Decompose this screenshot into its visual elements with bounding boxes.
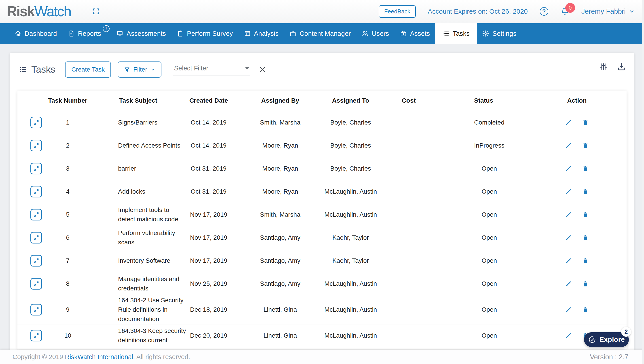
nav-label: Assessments [126,30,166,37]
delete-task-button[interactable] [582,280,589,287]
nav-item-content-manager[interactable]: Content Manager [284,23,356,44]
delete-task-button[interactable] [582,234,589,241]
table-row: 1 Signs/Barriers Oct 14, 2019 Smith, Mar… [18,111,626,134]
page-scrollbar-track[interactable] [642,0,644,364]
cell-assigned-by: Santiago, Amy [239,280,312,287]
funnel-icon [124,66,130,73]
cell-task-subject: Perform vulnerability scans [89,228,188,247]
riskwatch-international-link[interactable]: RiskWatch International [65,353,133,360]
cell-task-number: 3 [46,165,89,172]
pencil-icon [565,188,572,195]
filter-button[interactable]: Filter [118,62,162,78]
pencil-icon [565,142,572,149]
check-circle-icon [588,336,596,344]
header-action: Action [548,97,626,104]
nav-item-reports[interactable]: Reports ! [62,23,111,44]
nav-item-settings[interactable]: Settings [477,23,522,44]
fullscreen-icon[interactable] [92,8,100,15]
cell-assigned-to: Boyle, Charles [312,142,389,149]
clear-filter-icon[interactable] [259,66,266,73]
create-task-button[interactable]: Create Task [65,62,111,78]
cell-task-number: 4 [46,188,89,195]
nav-label: Dashboard [24,30,57,37]
expand-row-button[interactable] [30,232,42,244]
cell-assigned-by: Moore, Ryan [239,142,312,149]
expand-row-button[interactable] [30,209,42,220]
cell-created-date: Nov 17, 2019 [188,211,239,218]
cell-task-subject: Implement tools to detect malicious code [89,205,188,224]
nav-item-analysis[interactable]: Analysis [238,23,284,44]
expand-row-button[interactable] [30,117,42,128]
cell-created-date: Dec 20, 2019 [188,332,239,339]
expand-row-button[interactable] [30,186,42,198]
expand-icon [33,332,40,339]
expand-row-button[interactable] [30,304,42,316]
delete-task-button[interactable] [582,211,589,218]
expand-row-button[interactable] [30,140,42,151]
column-settings-sliders-icon[interactable] [599,62,608,71]
pencil-icon [565,332,572,339]
cell-status: Open [451,332,548,339]
trash-icon [582,165,589,172]
content-panel: Tasks Create Task Filter Select Filter T… [10,53,634,350]
cell-assigned-by: Linetti, Gina [239,332,312,339]
cell-task-subject: Inventory Software [89,256,188,266]
nav-item-dashboard[interactable]: Dashboard [9,23,62,44]
cell-created-date: Oct 14, 2019 [188,119,239,126]
help-icon[interactable]: ? [540,7,548,16]
download-icon[interactable] [617,62,626,71]
edit-task-button[interactable] [565,142,572,149]
cell-task-subject: 164.304-3 Keep security definitions curr… [89,326,188,345]
delete-task-button[interactable] [582,142,589,149]
user-name: Jeremy Fabbri [582,8,626,16]
expand-row-button[interactable] [30,163,42,174]
cell-task-subject: Signs/Barriers [89,118,188,127]
edit-task-button[interactable] [565,188,572,195]
assets-briefcase-icon [400,30,407,37]
cell-assigned-by: Smith, Marsha [239,211,312,218]
delete-task-button[interactable] [582,119,589,126]
edit-task-button[interactable] [565,280,572,287]
edit-task-button[interactable] [565,234,572,241]
expand-row-button[interactable] [30,330,42,342]
edit-task-button[interactable] [565,119,572,126]
pencil-icon [565,257,572,264]
nav-item-users[interactable]: Users [356,23,394,44]
user-menu[interactable]: Jeremy Fabbri [582,8,634,16]
edit-task-button[interactable] [565,257,572,264]
cell-created-date: Nov 25, 2019 [188,280,239,287]
notification-count-badge: 0 [565,3,575,13]
edit-task-button[interactable] [565,211,572,218]
expand-icon [33,280,40,287]
edit-task-button[interactable] [565,165,572,172]
page-title: Tasks [19,64,55,75]
expand-row-button[interactable] [30,255,42,266]
monitor-icon [116,30,124,37]
edit-task-button[interactable] [565,306,572,313]
notifications-button[interactable]: 0 [560,7,569,16]
delete-task-button[interactable] [582,306,589,313]
copyright-suffix: , All rights reserved. [133,353,190,360]
delete-task-button[interactable] [582,257,589,264]
nav-label: Analysis [254,30,278,37]
nav-item-perform-survey[interactable]: Perform Survey [171,23,238,44]
select-filter-dropdown[interactable]: Select Filter [173,63,250,76]
edit-task-button[interactable] [565,332,572,339]
expand-row-button[interactable] [30,278,42,290]
clipboard-icon [177,30,184,37]
cell-status: InProgress [451,142,548,149]
nav-item-assessments[interactable]: Assessments [111,23,171,44]
header-task-subject: Task Subject [89,97,188,104]
nav-item-assets[interactable]: Assets [394,23,435,44]
pencil-icon [565,306,572,313]
delete-task-button[interactable] [582,165,589,172]
cell-created-date: Oct 31, 2019 [188,188,239,195]
feedback-button[interactable]: FeedBack [379,5,416,18]
expand-icon [33,142,40,149]
cell-status: Open [451,165,548,172]
delete-task-button[interactable] [582,188,589,195]
cell-created-date: Oct 31, 2019 [188,165,239,172]
cell-task-number: 2 [46,142,89,149]
cell-assigned-by: Moore, Ryan [239,188,312,195]
nav-item-tasks-active[interactable]: Tasks [435,23,477,44]
